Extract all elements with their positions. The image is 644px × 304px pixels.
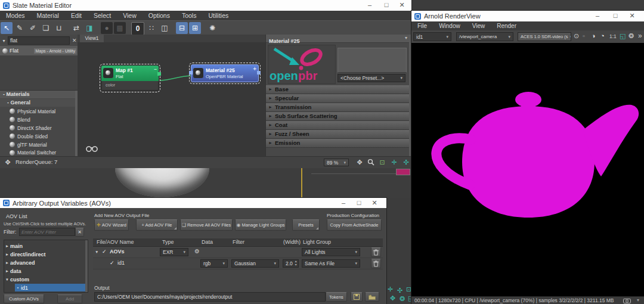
tree-scrollbar[interactable] bbox=[85, 240, 88, 292]
zoom-region-icon[interactable]: ⊡ bbox=[406, 286, 411, 293]
manage-light-groups-button[interactable]: ◉ Manage Light Groups bbox=[235, 219, 286, 231]
slate-maximize-button[interactable]: □ bbox=[379, 0, 394, 11]
render-canvas[interactable] bbox=[411, 43, 644, 296]
search-expand-icon[interactable]: ▾ bbox=[0, 38, 8, 44]
aov-titlebar[interactable]: Arbitrary Output Variables (AOVs) – □ ✕ bbox=[0, 198, 386, 208]
arnold-maximize-button[interactable]: □ bbox=[608, 11, 623, 21]
rollout-specular[interactable]: ►Specular bbox=[266, 94, 410, 103]
aov-wizard-button[interactable]: ✛ AOV Wizard bbox=[94, 219, 129, 231]
zoom-level-dropdown[interactable]: 89 % ▾ bbox=[324, 159, 349, 166]
map-node-collapse-icon[interactable]: − bbox=[154, 66, 157, 72]
render-maps-icon[interactable]: ✺ bbox=[206, 22, 218, 34]
material-node-input-socket[interactable] bbox=[189, 71, 193, 75]
aov-close-button[interactable]: ✕ bbox=[367, 198, 382, 208]
menu-material[interactable]: Material bbox=[31, 11, 65, 20]
expand-view-icon[interactable]: ◱ bbox=[620, 32, 626, 40]
ab-compare-icon[interactable]: ◑ bbox=[592, 32, 596, 39]
rollout-base[interactable]: ►Base bbox=[266, 85, 410, 94]
width-spinner[interactable]: 2.0 ⯅⯆ bbox=[283, 259, 299, 268]
material-node-expand-icon[interactable]: + bbox=[253, 66, 256, 72]
pan-icon[interactable]: ✥ bbox=[390, 295, 395, 302]
zoom-extents-icon[interactable]: ✛ bbox=[388, 286, 393, 293]
browser-item-material-switcher[interactable]: Material Switcher bbox=[0, 149, 75, 156]
material-browser-toggle-icon[interactable]: ⊞ bbox=[189, 22, 201, 34]
region-render-icon[interactable]: ◔ bbox=[600, 32, 605, 39]
browser-item-physical-material[interactable]: Physical Material bbox=[0, 107, 75, 115]
panel-toggle-icon[interactable]: ⊟ bbox=[176, 22, 188, 34]
browser-item-gltf-material[interactable]: glTF Material bbox=[0, 141, 75, 148]
arnold-close-button[interactable]: ✕ bbox=[625, 11, 639, 21]
delete-file-row-button[interactable] bbox=[371, 247, 381, 257]
delete-aov-row-button[interactable] bbox=[371, 259, 381, 268]
binoculars-icon[interactable] bbox=[86, 145, 98, 152]
aov-light-group-dropdown[interactable]: Same As File ▾ bbox=[302, 259, 360, 268]
map-node[interactable]: Map #1 Flat − color bbox=[101, 66, 159, 91]
search-clear-icon[interactable]: ✕ bbox=[72, 38, 77, 44]
show-numbers-icon[interactable]: 0 bbox=[131, 22, 144, 35]
aov-select-dropdown[interactable]: id1 ▾ bbox=[413, 32, 451, 41]
slate-titlebar[interactable]: Slate Material Editor – □ ✕ bbox=[0, 0, 411, 11]
zoom-all-icon[interactable]: ✣ bbox=[397, 287, 402, 294]
zoom-extents-icon[interactable]: ✛ bbox=[389, 157, 400, 167]
row-checkbox[interactable]: ✓ bbox=[110, 260, 114, 266]
material-node-output-socket[interactable] bbox=[257, 71, 261, 75]
camera-select-dropdown[interactable]: /viewport_camera ▾ bbox=[456, 32, 513, 41]
pan-tool-icon[interactable]: ✥ bbox=[354, 157, 365, 167]
browse-folder-button[interactable] bbox=[365, 292, 379, 302]
tree-item-main[interactable]: ► main bbox=[4, 242, 88, 250]
tree-item-advanced[interactable]: ► advanced bbox=[4, 259, 88, 266]
arnold-titlebar[interactable]: Arnold RenderView – □ ✕ bbox=[411, 11, 644, 21]
show-background-icon[interactable]: ▩ bbox=[114, 22, 126, 34]
dim-icon[interactable]: ▫ bbox=[583, 32, 585, 39]
presets-button[interactable]: Presets bbox=[292, 219, 320, 231]
camera-icon[interactable] bbox=[623, 298, 631, 303]
type-dropdown[interactable]: EXR ▾ bbox=[160, 248, 188, 256]
add-aov-file-button[interactable]: + Add AOV File bbox=[136, 219, 178, 231]
filter-dropdown[interactable]: Gaussian ▾ bbox=[231, 259, 279, 268]
tree-item-data[interactable]: ► data bbox=[4, 267, 88, 275]
spinner-arrows[interactable]: ⯅⯆ bbox=[293, 260, 298, 266]
map-node-header[interactable]: Map #1 Flat − bbox=[101, 66, 159, 81]
tokens-button[interactable]: Tokens bbox=[326, 292, 347, 302]
slate-minimize-button[interactable]: – bbox=[363, 0, 377, 11]
browser-group-general[interactable]: - General bbox=[0, 99, 75, 107]
copy-from-activeshade-button[interactable]: Copy From ActiveShade bbox=[327, 219, 382, 231]
remove-all-aov-files-button[interactable]: ❏ Remove All AOV Files bbox=[180, 219, 233, 231]
menu-edit[interactable]: Edit bbox=[65, 11, 88, 20]
rollout-sss[interactable]: ►Sub Surface Scattering bbox=[266, 112, 410, 121]
tree-item-direct-indirect[interactable]: ► direct/indirect bbox=[4, 250, 88, 258]
menu-tools[interactable]: Tools bbox=[176, 11, 203, 20]
menu-render[interactable]: Render bbox=[491, 21, 522, 31]
map-node-output-socket[interactable] bbox=[157, 72, 161, 76]
menu-utilities[interactable]: Utilities bbox=[202, 11, 234, 20]
tree-item-id1-selected[interactable]: ▪ id1 bbox=[15, 284, 85, 291]
relay-icon[interactable]: ⇄ bbox=[70, 22, 82, 34]
aov-id1-row[interactable]: ✓ id1 rgb ▾ Gaussian ▾ 2.0 ⯅⯆ Same As Fi… bbox=[93, 258, 383, 269]
more-tools-icon[interactable]: » bbox=[638, 32, 642, 40]
aov-file-row[interactable]: ▼ ✓ AOVs EXR ▾ ⚙ All Lights ▾ bbox=[93, 247, 383, 258]
viewport-nav-cluster[interactable]: ✛ ✣ ⊡ ✥ ❂ ◱ bbox=[386, 286, 414, 304]
menu-window[interactable]: Window bbox=[433, 21, 466, 31]
file-light-group-dropdown[interactable]: All Lights ▾ bbox=[302, 248, 360, 256]
browser-item-directx-shader[interactable]: DirectX Shader bbox=[0, 124, 75, 132]
row-expand-icon[interactable]: ▼ bbox=[95, 250, 98, 254]
aov-maximize-button[interactable]: □ bbox=[352, 198, 366, 208]
colorspace-dropdown[interactable]: ACES 1.0 SDR-video (s ▾ bbox=[518, 32, 571, 41]
browser-item-double-sided[interactable]: Double Sided bbox=[0, 132, 75, 140]
custom-aovs-button[interactable]: Custom AOVs bbox=[4, 294, 44, 303]
zoom-ratio-label[interactable]: 1:1 bbox=[609, 33, 617, 39]
arnold-minimize-button[interactable]: – bbox=[590, 11, 605, 21]
orbit-icon[interactable]: ❂ bbox=[400, 296, 405, 302]
aperture-icon[interactable]: ❂ bbox=[628, 32, 634, 40]
node-canvas[interactable]: Map #1 Flat − color Material #25 OpenPBR… bbox=[78, 42, 265, 156]
aov-filter-input[interactable] bbox=[19, 228, 75, 236]
rollout-coat[interactable]: ►Coat bbox=[266, 121, 410, 130]
rollout-transmission[interactable]: ►Transmission bbox=[266, 103, 410, 112]
params-header-arrow-icon[interactable]: ▾ bbox=[405, 35, 407, 41]
tree-item-custom[interactable]: ▾ custom bbox=[4, 275, 88, 283]
menu-view[interactable]: View bbox=[466, 21, 491, 31]
show-shaded-icon[interactable]: ● bbox=[101, 22, 113, 34]
choose-preset-dropdown[interactable]: <Choose Preset...> ▾ bbox=[338, 74, 405, 82]
add-custom-aov-button[interactable]: Add bbox=[57, 294, 82, 303]
assign-to-selection-icon[interactable]: ◨ bbox=[83, 22, 95, 34]
